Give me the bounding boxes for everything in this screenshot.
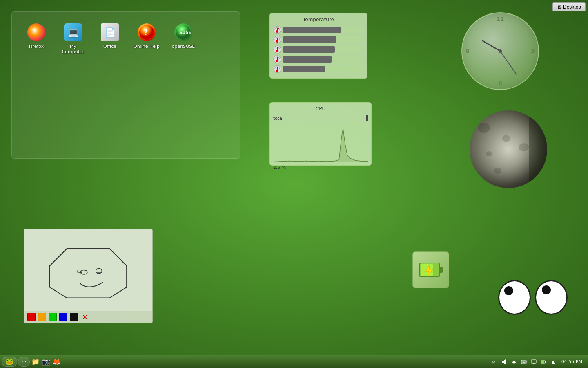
icon-mycomputer[interactable]: 💻 My Computer — [57, 20, 89, 57]
tray-network-icon[interactable] — [510, 358, 518, 366]
color-black[interactable] — [70, 313, 78, 321]
opensuse-label: openSUSE — [172, 44, 195, 49]
moon-image — [470, 110, 547, 188]
taskbar-time: 04:56 PM — [559, 359, 585, 364]
gauge-icon-2 — [273, 45, 281, 54]
mycomputer-label: My Computer — [59, 44, 87, 54]
clock-hour-hand — [481, 40, 501, 52]
temp-row-3 — [273, 55, 364, 63]
svg-rect-28 — [96, 269, 102, 272]
temp-title: Temperature — [273, 17, 364, 22]
clock-face: 12 3 6 9 — [461, 12, 539, 90]
eye-right — [535, 280, 568, 315]
eye-left — [498, 280, 531, 315]
pupil-left — [504, 286, 513, 295]
sketch-canvas[interactable] — [24, 229, 152, 311]
browser-icon: 🦊 — [53, 358, 61, 366]
cpu-total-label: total — [273, 116, 283, 121]
sketch-widget: ✕ — [24, 229, 153, 323]
gauge-icon-0 — [273, 26, 281, 34]
svg-rect-33 — [502, 361, 504, 363]
tray-keyboard-icon[interactable] — [520, 358, 528, 366]
icon-onlinehelp[interactable]: ? Online Help — [130, 20, 163, 57]
capture-icon: 📷 — [42, 358, 50, 366]
dots-label: ··· — [22, 359, 26, 365]
temp-row-0 — [273, 26, 364, 34]
tray-battery-icon[interactable] — [539, 358, 548, 366]
svg-rect-47 — [541, 361, 544, 363]
temp-row-4 — [273, 65, 364, 73]
taskbar-start-button[interactable]: 🐸 — [2, 357, 17, 367]
cpu-bar-indicator — [366, 115, 368, 121]
icon-opensuse[interactable]: SUSE openSUSE — [167, 20, 200, 57]
firefox-label: Firefox — [29, 44, 44, 49]
taskbar-capture[interactable]: 📷 — [41, 357, 51, 367]
battery-widget — [412, 251, 449, 288]
clock-num-9: 9 — [466, 48, 470, 54]
temperature-widget: Temperature — [270, 13, 368, 79]
svg-line-19 — [277, 57, 278, 59]
clock-num-12: 12 — [496, 16, 504, 22]
cpu-percent: 2.5 % — [273, 165, 368, 170]
clock-widget: 12 3 6 9 — [461, 12, 539, 90]
start-icon: 🐸 — [5, 358, 13, 366]
sketch-close-button[interactable]: ✕ — [82, 313, 87, 321]
svg-rect-42 — [531, 360, 536, 363]
color-blue[interactable] — [59, 313, 67, 321]
gauge-icon-4 — [273, 65, 281, 73]
eyes-widget — [498, 280, 568, 315]
icons-panel: Firefox 💻 My Computer 📄 Office — [11, 11, 240, 159]
svg-text:✂: ✂ — [492, 360, 495, 365]
opensuse-icon: SUSE — [174, 22, 193, 42]
temp-row-2 — [273, 45, 364, 54]
moon-widget — [470, 110, 547, 188]
desktop-button-label: Desktop — [563, 4, 581, 10]
clock-num-6: 6 — [498, 80, 502, 87]
tray-display-icon[interactable] — [530, 358, 538, 366]
onlinehelp-icon: ? — [137, 22, 156, 42]
svg-text:?: ? — [144, 28, 148, 36]
cpu-widget: CPU total 2.5 % — [270, 102, 372, 166]
cpu-graph — [273, 123, 368, 164]
taskbar-filemanager[interactable]: 📁 — [31, 357, 40, 367]
filemanager-icon: 📁 — [31, 358, 40, 366]
sketch-toolbar: ✕ — [24, 311, 152, 323]
tray-arrow-icon[interactable]: ▲ — [549, 358, 557, 366]
onlinehelp-label: Online Help — [134, 44, 160, 49]
svg-rect-24 — [273, 123, 368, 164]
icon-firefox[interactable]: Firefox — [20, 20, 53, 57]
firefox-icon — [27, 22, 46, 42]
sketch-drawing — [24, 229, 152, 311]
system-tray: ✂ — [490, 358, 586, 366]
clock-num-3: 3 — [531, 48, 535, 54]
svg-rect-35 — [521, 360, 526, 364]
taskbar: 🐸 ··· 📁 📷 🦊 ✂ — [0, 355, 588, 368]
svg-rect-30 — [439, 267, 443, 273]
color-green[interactable] — [49, 313, 57, 321]
cpu-title: CPU — [273, 106, 368, 112]
mycomputer-icon: 💻 — [63, 22, 83, 42]
battery-icon — [416, 256, 445, 284]
color-orange[interactable] — [38, 313, 46, 321]
color-red[interactable] — [27, 313, 36, 321]
desktop-icon-small: 🖥 — [557, 4, 561, 9]
clock-center — [499, 49, 502, 53]
tray-scissors-icon[interactable]: ✂ — [490, 358, 499, 366]
taskbar-dots[interactable]: ··· — [18, 357, 30, 367]
svg-text:SUSE: SUSE — [179, 30, 192, 35]
pupil-right — [542, 285, 551, 294]
svg-point-34 — [513, 362, 514, 364]
tray-audio-icon[interactable] — [500, 358, 508, 366]
svg-rect-46 — [545, 361, 546, 363]
office-icon: 📄 — [100, 22, 120, 42]
clock-minute-hand — [500, 51, 517, 74]
gauge-icon-1 — [273, 36, 281, 44]
temp-row-1 — [273, 36, 364, 44]
icon-office[interactable]: 📄 Office — [94, 20, 126, 57]
taskbar-browser[interactable]: 🦊 — [52, 357, 62, 367]
desktop: 🖥 Desktop Firefox 💻 My Computer 📄 Office — [0, 0, 588, 368]
gauge-icon-3 — [273, 55, 281, 63]
desktop-button[interactable]: 🖥 Desktop — [552, 2, 586, 11]
office-label: Office — [103, 44, 116, 49]
